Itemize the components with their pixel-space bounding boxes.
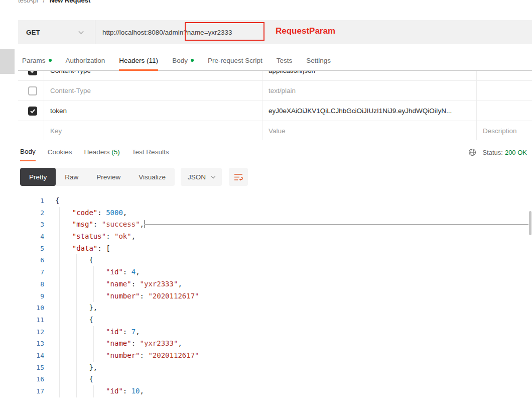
response-headers-count: (5) xyxy=(111,148,120,156)
code-line: 14"number": "2020112617" xyxy=(0,350,532,362)
visualize-button[interactable]: Visualize xyxy=(129,168,175,186)
header-value-cell[interactable]: text/plain xyxy=(262,81,477,100)
chevron-down-icon xyxy=(211,174,215,178)
indent-guide xyxy=(89,338,106,350)
header-description-cell[interactable] xyxy=(477,81,532,100)
tab-prerequest-label: Pre-request Script xyxy=(208,57,262,64)
active-line-rule xyxy=(145,224,528,225)
code-line: 5"data": [ xyxy=(0,243,532,255)
code-line: 15}, xyxy=(0,362,532,374)
checkbox-unchecked[interactable] xyxy=(28,86,37,95)
code-line: 12"id": 7, xyxy=(0,326,532,338)
indent-guide xyxy=(72,362,89,374)
header-key-cell[interactable]: Content-Type xyxy=(44,71,262,80)
globe-icon[interactable] xyxy=(468,148,476,156)
header-description-cell[interactable] xyxy=(477,101,532,121)
indent-guide xyxy=(55,326,72,338)
indent-guide xyxy=(72,302,89,314)
response-tab-test-results[interactable]: Test Results xyxy=(132,144,169,161)
line-number: 12 xyxy=(0,326,44,338)
response-tab-cookies[interactable]: Cookies xyxy=(48,144,72,161)
code-text: "msg": "success", xyxy=(55,219,145,231)
request-bar: GET http://localhost:8080/admin?name=yxr… xyxy=(18,20,532,44)
response-tab-headers[interactable]: Headers (5) xyxy=(84,144,120,161)
checkbox-cell xyxy=(18,81,44,100)
code-text: "code": 5000, xyxy=(55,207,127,219)
header-key-placeholder[interactable]: Key xyxy=(44,121,262,140)
method-selector[interactable]: GET xyxy=(18,20,95,44)
preview-button[interactable]: Preview xyxy=(87,168,129,186)
raw-button[interactable]: Raw xyxy=(56,168,87,186)
checkbox-checked[interactable] xyxy=(28,107,37,116)
line-number: 16 xyxy=(0,373,44,385)
line-number: 6 xyxy=(0,254,44,266)
breadcrumb-request-name[interactable]: New Request xyxy=(50,0,91,4)
table-row-placeholder: Key Value Description xyxy=(18,121,532,140)
header-key-cell[interactable]: token xyxy=(44,101,262,121)
code-line: 6{ xyxy=(0,254,532,266)
indent-guide xyxy=(55,350,72,362)
tab-tests[interactable]: Tests xyxy=(277,50,293,70)
code-text: { xyxy=(55,373,93,385)
line-number: 13 xyxy=(0,338,44,350)
checkbox-cell xyxy=(18,121,44,140)
header-value-cell[interactable]: application/json xyxy=(262,71,477,80)
status-badge: Status:200 OK xyxy=(482,149,527,156)
indent-guide xyxy=(55,231,72,243)
code-text: { xyxy=(55,314,93,326)
tab-headers[interactable]: Headers (11) xyxy=(119,50,158,70)
header-value-placeholder[interactable]: Value xyxy=(262,121,477,140)
indent-guide xyxy=(89,278,106,290)
indent-guide xyxy=(72,266,89,278)
line-number: 11 xyxy=(0,314,44,326)
breadcrumb-separator: / xyxy=(43,0,45,4)
tab-prerequest-script[interactable]: Pre-request Script xyxy=(208,50,262,70)
tab-body[interactable]: Body xyxy=(172,50,194,70)
indent-guide xyxy=(55,338,72,350)
response-tabs: Body Cookies Headers (5) Test Results St… xyxy=(18,143,532,161)
checkbox-checked[interactable] xyxy=(28,71,37,75)
line-number: 17 xyxy=(0,385,44,397)
tab-settings[interactable]: Settings xyxy=(306,50,331,70)
indent-guide xyxy=(89,290,106,302)
indent-guide xyxy=(55,362,72,374)
header-description-cell[interactable] xyxy=(477,71,532,80)
headers-table: Content-Type application/json Content-Ty… xyxy=(0,71,532,140)
indent-guide xyxy=(72,290,89,302)
scrollbar-thumb[interactable] xyxy=(529,211,531,235)
code-text: }, xyxy=(55,362,97,374)
line-number: 5 xyxy=(0,243,44,255)
indent-guide xyxy=(72,278,89,290)
method-label: GET xyxy=(26,29,40,36)
header-description-placeholder[interactable]: Description xyxy=(477,121,532,140)
checkbox-cell xyxy=(18,71,44,80)
checkbox-cell xyxy=(18,101,44,121)
wrap-text-button[interactable] xyxy=(229,168,248,186)
tab-authorization-label: Authorization xyxy=(66,57,105,64)
code-text: }, xyxy=(55,302,97,314)
indent-guide xyxy=(89,266,106,278)
tab-settings-label: Settings xyxy=(306,57,331,64)
indent-guide xyxy=(55,278,72,290)
header-key-cell[interactable]: Content-Type xyxy=(44,81,262,100)
table-row: token eyJ0eXAiOiJKV1QiLCJhbGciOiJIUzI1Ni… xyxy=(18,101,532,121)
indent-guide xyxy=(72,314,89,326)
format-dropdown[interactable]: JSON xyxy=(181,168,222,186)
line-number: 15 xyxy=(0,362,44,374)
indent-guide xyxy=(72,373,89,385)
tab-params[interactable]: Params xyxy=(22,50,52,70)
indent-guide xyxy=(55,207,72,219)
response-toolbar: Pretty Raw Preview Visualize JSON xyxy=(18,167,532,187)
tab-authorization[interactable]: Authorization xyxy=(66,50,105,70)
indent-guide xyxy=(55,290,72,302)
tab-headers-label: Headers (11) xyxy=(119,57,158,64)
response-tab-body[interactable]: Body xyxy=(20,144,36,161)
json-viewer-lines: 1{2"code": 5000,3"msg": "success",4"stat… xyxy=(0,195,532,397)
status-value: 200 OK xyxy=(505,149,527,156)
header-value-cell[interactable]: eyJ0eXAiOiJKV1QiLCJhbGciOiJIUzI1NiJ9.eyJ… xyxy=(262,101,477,121)
indent-guide xyxy=(55,385,72,397)
pretty-button[interactable]: Pretty xyxy=(20,168,56,186)
breadcrumb-collection[interactable]: testApi xyxy=(18,0,38,4)
indent-guide xyxy=(55,266,72,278)
code-line: 13"name": "yxr2333", xyxy=(0,338,532,350)
